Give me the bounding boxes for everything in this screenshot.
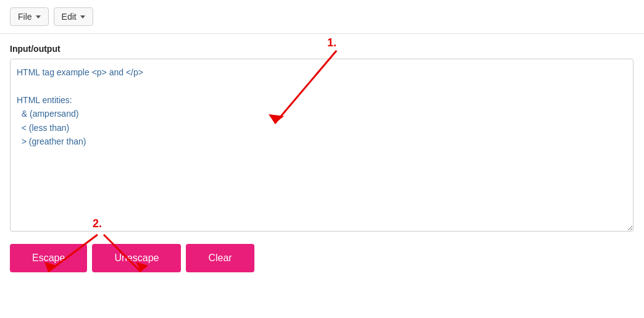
clear-button[interactable]: Clear: [186, 244, 254, 272]
section-label: Input/output: [10, 44, 634, 54]
edit-menu-button[interactable]: Edit: [54, 7, 93, 26]
main-content: Input/output Escape Unescape Clear: [0, 34, 644, 282]
toolbar: File Edit: [0, 0, 644, 34]
edit-menu-label: Edit: [62, 12, 77, 22]
button-row: Escape Unescape Clear: [10, 244, 634, 272]
textarea-wrapper: [10, 59, 634, 234]
input-output-textarea[interactable]: [10, 59, 634, 232]
file-menu-label: File: [18, 12, 32, 22]
edit-chevron-icon: [80, 15, 85, 19]
escape-button[interactable]: Escape: [10, 244, 87, 272]
file-menu-button[interactable]: File: [10, 7, 49, 26]
file-chevron-icon: [36, 15, 41, 19]
unescape-button[interactable]: Unescape: [92, 244, 181, 272]
